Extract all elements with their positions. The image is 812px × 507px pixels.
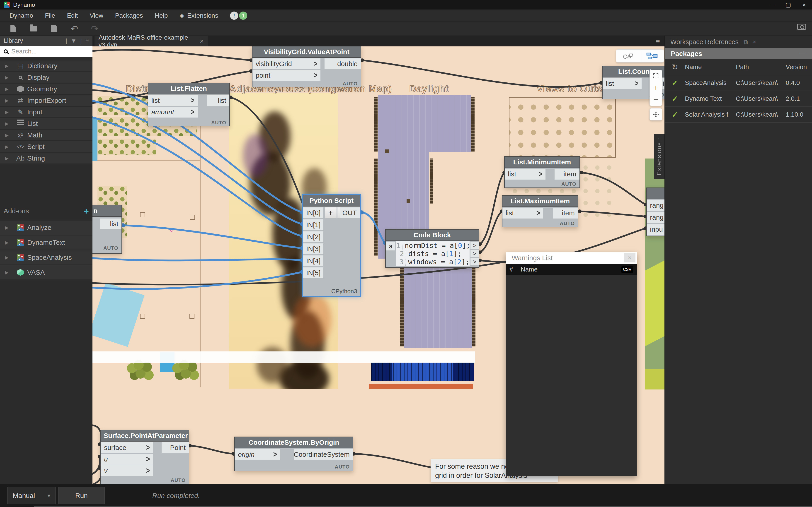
node-list-minimumitem[interactable]: List.MinimumItem list> item AUTO bbox=[504, 156, 580, 188]
wire[interactable] bbox=[93, 50, 251, 60]
output-port[interactable]: Point bbox=[162, 442, 189, 453]
graph-canvas[interactable]: Distr Adjacency/Buzz (Congestion Map) Da… bbox=[93, 46, 664, 484]
output-port[interactable]: item bbox=[555, 169, 579, 180]
sidebar-item-display[interactable]: ▶ Display bbox=[0, 72, 93, 83]
lacing-mode[interactable]: AUTO bbox=[560, 221, 575, 226]
wire[interactable] bbox=[362, 60, 601, 87]
wire[interactable] bbox=[190, 446, 234, 454]
lacing-mode[interactable]: AUTO bbox=[171, 477, 186, 483]
add-input-button[interactable]: + bbox=[325, 208, 337, 218]
input-port[interactable]: surface> bbox=[101, 442, 153, 453]
library-menu-icon[interactable]: ≡ bbox=[86, 37, 89, 44]
input-port[interactable]: IN[2] bbox=[303, 231, 323, 242]
sidebar-item-vasa[interactable]: ▶ VASA bbox=[0, 265, 93, 280]
node-python-script[interactable]: Python Script IN[0] IN[1] IN[2] IN[3] IN… bbox=[302, 194, 361, 297]
node-title[interactable]: CoordinateSystem.ByOrigin bbox=[235, 437, 353, 448]
input-port[interactable]: list> bbox=[505, 169, 546, 180]
add-package-button[interactable]: + bbox=[84, 206, 89, 216]
input-port[interactable]: visibilityGrid> bbox=[252, 58, 320, 69]
selected-wire[interactable] bbox=[93, 258, 302, 261]
menu-edit[interactable]: Edit bbox=[61, 9, 84, 22]
zoom-out-button[interactable]: − bbox=[650, 94, 662, 106]
tab-overflow-icon[interactable]: ≡ bbox=[655, 37, 660, 46]
input-port[interactable]: point> bbox=[252, 70, 320, 81]
node-code-block[interactable]: Code Block a 1normDist = a[0]; 2dists = … bbox=[385, 229, 479, 268]
lacing-mode[interactable]: AUTO bbox=[343, 81, 358, 87]
sidebar-item-math[interactable]: ▶ x² Math bbox=[0, 130, 93, 141]
library-search[interactable] bbox=[0, 46, 93, 57]
output-port[interactable]: > bbox=[470, 250, 478, 257]
menu-extensions[interactable]: ◈ Extensions bbox=[173, 9, 224, 22]
sidebar-item-dynamotext[interactable]: ▶ DynamoText bbox=[0, 235, 93, 250]
node-title[interactable]: List.MinimumItem bbox=[505, 157, 579, 168]
input-port[interactable]: list> bbox=[603, 78, 642, 89]
tab-workspace[interactable]: Autodesk-MaRS-office-example-v3.dyn × bbox=[95, 36, 208, 46]
notification-badges[interactable]: ! 1 bbox=[224, 9, 253, 22]
close-button[interactable]: × bbox=[796, 0, 812, 9]
node-partial-right[interactable]: rang rang inpu bbox=[646, 187, 664, 236]
wire[interactable] bbox=[354, 454, 431, 467]
table-row[interactable]: ✓ Dynamo Text C:\Users\kean\ 2.0.1 bbox=[665, 91, 812, 107]
lacing-mode[interactable]: AUTO bbox=[561, 181, 576, 187]
input-port[interactable]: rang bbox=[647, 212, 664, 223]
input-port[interactable]: rang bbox=[647, 200, 664, 211]
count-badge[interactable]: 1 bbox=[239, 11, 247, 20]
input-port[interactable]: IN[5] bbox=[303, 268, 323, 278]
search-input[interactable] bbox=[11, 48, 79, 55]
menu-view[interactable]: View bbox=[84, 9, 109, 22]
node-title[interactable]: n bbox=[93, 205, 121, 217]
packages-section-header[interactable]: Packages — bbox=[665, 48, 812, 59]
popout-icon[interactable]: ⧉ bbox=[744, 39, 748, 46]
input-port[interactable]: a bbox=[386, 242, 395, 250]
node-title[interactable]: Surface.PointAtParameter bbox=[101, 430, 189, 442]
zoom-in-button[interactable]: + bbox=[650, 82, 662, 94]
input-port[interactable]: list> bbox=[502, 208, 543, 219]
input-port[interactable]: IN[4] bbox=[303, 256, 323, 266]
csv-export-button[interactable]: CSV bbox=[621, 266, 633, 273]
sidebar-item-list[interactable]: ▶ List bbox=[0, 118, 93, 129]
input-port[interactable]: IN[0] bbox=[303, 208, 323, 218]
input-port[interactable]: u> bbox=[101, 454, 153, 465]
lacing-mode[interactable]: AUTO bbox=[335, 464, 350, 470]
alert-badge[interactable]: ! bbox=[230, 11, 238, 20]
menu-help[interactable]: Help bbox=[149, 9, 174, 22]
output-port[interactable]: OUT bbox=[340, 208, 360, 218]
warnings-list-panel[interactable]: Warnings List × # Name CSV bbox=[506, 252, 637, 476]
node-title[interactable]: List.Flatten bbox=[148, 83, 230, 95]
tab-close-icon[interactable]: × bbox=[200, 37, 204, 45]
output-port[interactable]: CoordinateSystem bbox=[294, 449, 353, 460]
save-button[interactable] bbox=[49, 24, 59, 34]
input-port[interactable]: origin> bbox=[235, 449, 280, 460]
output-port[interactable]: list bbox=[207, 95, 230, 106]
filter-icon[interactable]: ▼ bbox=[71, 37, 77, 44]
extensions-side-tab[interactable]: ← Extensions bbox=[654, 134, 664, 179]
wire[interactable] bbox=[480, 173, 504, 244]
sidebar-item-spaceanalysis[interactable]: ▶ SpaceAnalysis bbox=[0, 250, 93, 265]
new-file-button[interactable] bbox=[8, 24, 18, 34]
menu-file[interactable]: File bbox=[39, 9, 61, 22]
selected-wire[interactable] bbox=[362, 212, 385, 243]
lacing-mode[interactable]: AUTO bbox=[211, 120, 226, 126]
input-port[interactable]: IN[3] bbox=[303, 243, 323, 254]
pan-button[interactable] bbox=[650, 108, 662, 120]
selected-wire[interactable] bbox=[93, 272, 302, 289]
selected-wire[interactable] bbox=[123, 225, 302, 248]
output-port[interactable]: list bbox=[100, 219, 121, 229]
wire[interactable] bbox=[93, 425, 101, 444]
table-row[interactable]: ✓ Solar Analysis f C:\Users\kean\ 1.10.0 bbox=[665, 107, 812, 123]
run-button[interactable]: Run bbox=[58, 487, 105, 504]
collapse-icon[interactable]: — bbox=[799, 50, 806, 58]
sidebar-item-string[interactable]: ▶ Ab String bbox=[0, 153, 93, 164]
sidebar-item-analyze[interactable]: ▶ Analyze bbox=[0, 221, 93, 235]
maximize-button[interactable]: ▢ bbox=[780, 0, 796, 9]
node-visibilitygrid-valueatpoint[interactable]: VisibilityGrid.ValueAtPoint visibilityGr… bbox=[252, 46, 361, 87]
output-port[interactable]: > bbox=[470, 242, 478, 249]
input-port[interactable]: v> bbox=[101, 465, 153, 476]
output-port[interactable]: double bbox=[324, 58, 361, 69]
menu-packages[interactable]: Packages bbox=[109, 9, 149, 22]
input-port[interactable]: inpu bbox=[647, 224, 664, 235]
table-row[interactable]: ✓ SpaceAnalysis C:\Users\kean\ 0.4.0 bbox=[665, 75, 812, 91]
lacing-mode[interactable]: AUTO bbox=[103, 245, 118, 251]
redo-button[interactable]: ↷ bbox=[90, 24, 100, 34]
node-surface-pointatparameter[interactable]: Surface.PointAtParameter surface> u> v> … bbox=[100, 430, 189, 484]
